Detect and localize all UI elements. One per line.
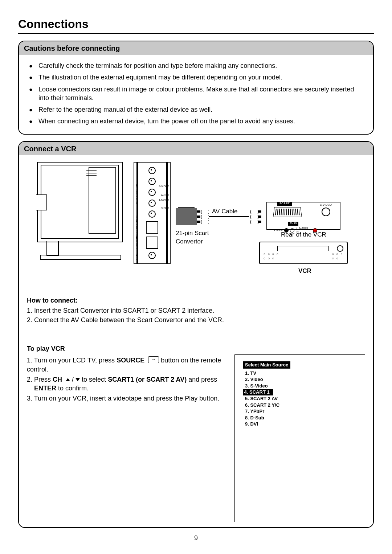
antenna-jack bbox=[148, 252, 156, 259]
cautions-panel: Cautions before connecting Carefully che… bbox=[18, 41, 374, 135]
diagram-label: AV Cable bbox=[212, 208, 238, 216]
diagram-label: 21-pin Scart Convertor bbox=[176, 229, 209, 246]
osd-item: 6. SCART 2 Y/C bbox=[245, 402, 357, 409]
av-cable-line bbox=[209, 216, 249, 217]
step: 2. Press CH / to select SCART1 (or SCART… bbox=[27, 375, 224, 393]
step: 2. Connect the AV Cable between the Scar… bbox=[27, 316, 365, 324]
play-steps: 1. Turn on your LCD TV, press SOURCE but… bbox=[27, 354, 224, 404]
scart-convertor bbox=[176, 208, 197, 225]
step: 3. Turn on your VCR, insert a videotape … bbox=[27, 394, 224, 403]
vcr-rear-panel: SCART S-VIDEO AV IN VIDEO L· AUDIO ·R bbox=[266, 202, 340, 230]
scart1-port bbox=[146, 221, 158, 234]
vcr-heading: Connect a VCR bbox=[19, 142, 373, 155]
port-label: SCART bbox=[277, 202, 292, 206]
av-cable-plug bbox=[250, 215, 258, 219]
cautions-heading: Cautions before connecting bbox=[19, 41, 373, 55]
source-button-icon bbox=[148, 356, 159, 363]
osd-item: 2. Video bbox=[245, 376, 357, 383]
step: 1. Insert the Scart Convertor into SCART… bbox=[27, 306, 365, 315]
caution-item: The illustration of the external equipme… bbox=[27, 73, 365, 82]
arrow-down-icon bbox=[75, 378, 80, 381]
osd-item: 9. DVI bbox=[245, 421, 357, 427]
svideo-jack bbox=[148, 178, 156, 185]
port-group-label: AV IN / VIDEO IN bbox=[135, 184, 138, 204]
page-title: Connections bbox=[18, 17, 374, 31]
play-heading: To play VCR bbox=[27, 344, 365, 353]
svideo-jack bbox=[322, 208, 330, 216]
cautions-list: Carefully check the terminals for positi… bbox=[27, 61, 365, 126]
osd-item: 4. SCART 1 bbox=[245, 389, 357, 395]
how-to-steps: 1. Insert the Scart Convertor into SCART… bbox=[27, 306, 365, 325]
port-label: VIDEO bbox=[161, 207, 169, 209]
title-rule bbox=[18, 33, 374, 34]
port-label: S-VIDEO bbox=[159, 185, 169, 188]
osd-item: 7. YPbPr bbox=[245, 408, 357, 415]
headphone-jack bbox=[148, 167, 156, 174]
caution-item: Carefully check the terminals for positi… bbox=[27, 61, 365, 70]
tv-rear-illustration bbox=[37, 162, 128, 263]
av-cable-plug bbox=[250, 210, 258, 214]
scart2-port bbox=[146, 237, 158, 249]
connection-diagram: S-VIDEO AUDIO L/MONO VIDEO AV IN / VIDEO… bbox=[27, 162, 365, 285]
diagram-label: VCR bbox=[298, 267, 311, 275]
vcr-panel: Connect a VCR bbox=[18, 141, 374, 528]
caution-item: Refer to the operating manual of the ext… bbox=[27, 105, 365, 114]
port-label: AV IN bbox=[288, 222, 298, 226]
audio-jack bbox=[148, 189, 156, 196]
osd-item: 5. SCART 2 AV bbox=[245, 395, 357, 402]
osd-item: 1. TV bbox=[245, 370, 357, 377]
diagram-label: Rear of the VCR bbox=[281, 231, 326, 239]
page-number: 9 bbox=[18, 534, 374, 542]
how-to-heading: How to connect: bbox=[27, 296, 365, 305]
port-label: AUDIO bbox=[161, 194, 169, 196]
audio-jack bbox=[148, 200, 156, 207]
step: 1. Turn on your LCD TV, press SOURCE but… bbox=[27, 356, 224, 374]
osd-title: Select Main Source bbox=[243, 361, 290, 369]
osd-item: 3. S-Video bbox=[245, 383, 357, 389]
caution-item: Loose connectors can result in image or … bbox=[27, 85, 365, 103]
vcr-front-illustration: ○ ○ ○ ○○ ○ ○ ○ ○ ○○ ○ bbox=[259, 242, 348, 264]
caution-item: When connecting an external device, turn… bbox=[27, 117, 365, 126]
osd-item: 8. D-Sub bbox=[245, 415, 357, 421]
video-jack bbox=[148, 210, 156, 218]
port-label: S-VIDEO bbox=[320, 203, 332, 207]
osd-source-menu: Select Main Source 1. TV2. Video3. S-Vid… bbox=[234, 354, 365, 522]
port-group-label: SCART2 (VIDEO Y&C) bbox=[135, 234, 138, 260]
tv-port-strip: S-VIDEO AUDIO L/MONO VIDEO AV IN / VIDEO… bbox=[134, 162, 171, 264]
av-cable-plug bbox=[250, 220, 258, 224]
arrow-up-icon bbox=[66, 378, 70, 381]
port-label: L/MONO bbox=[159, 199, 169, 201]
